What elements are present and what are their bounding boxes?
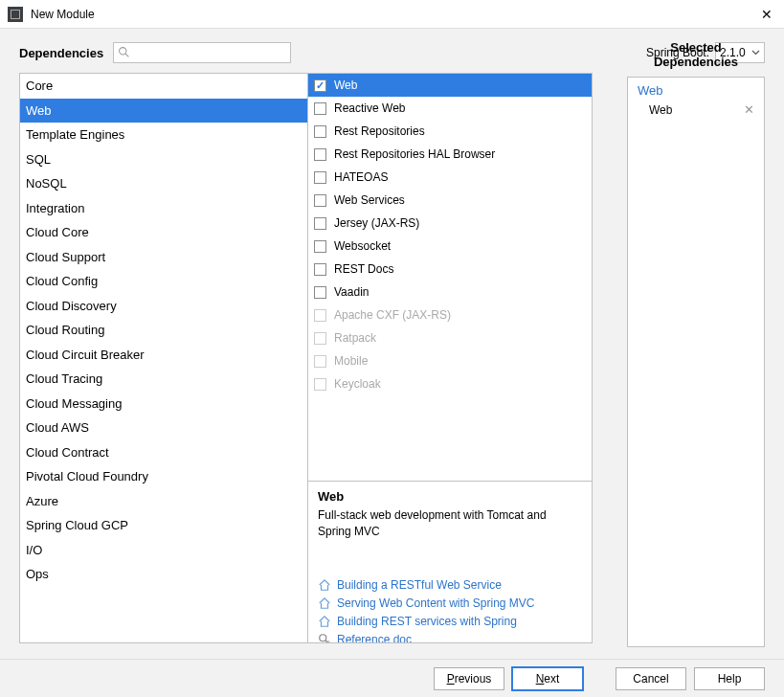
dependency-item[interactable]: Reactive Web [308, 97, 592, 120]
dependency-item: Ratpack [308, 326, 592, 349]
dependency-item[interactable]: Vaadin [308, 281, 592, 304]
category-item[interactable]: SQL [20, 147, 307, 172]
dependency-label: Rest Repositories [334, 123, 425, 140]
category-item[interactable]: Spring Cloud GCP [20, 513, 307, 538]
checkbox[interactable] [314, 217, 326, 230]
category-item[interactable]: Azure [20, 489, 307, 514]
dependencies-label: Dependencies [19, 46, 103, 60]
doc-link[interactable]: Reference doc [337, 633, 412, 643]
checkbox[interactable] [314, 148, 326, 161]
category-item[interactable]: Cloud Config [20, 269, 307, 294]
cancel-button[interactable]: Cancel [616, 667, 686, 690]
doc-link-row: Reference doc [318, 633, 582, 643]
checkbox[interactable] [314, 240, 326, 253]
dependency-label: Vaadin [334, 283, 369, 301]
category-item[interactable]: Ops [20, 562, 307, 587]
description-box: Web Full-stack web development with Tomc… [307, 481, 593, 643]
category-item[interactable]: Cloud Discovery [20, 294, 307, 319]
svg-line-1 [125, 54, 128, 56]
dependency-item[interactable]: Web Services [308, 189, 592, 212]
doc-link[interactable]: Building REST services with Spring [337, 615, 517, 628]
doc-link-row: Building a RESTful Web Service [318, 578, 582, 592]
description-title: Web [318, 489, 582, 504]
category-item[interactable]: Cloud Messaging [20, 392, 307, 416]
svg-point-2 [320, 634, 326, 641]
dependency-label: Web Services [334, 191, 405, 209]
checkbox[interactable] [314, 171, 326, 184]
window-title: New Module [31, 8, 757, 21]
dependency-label: HATEOAS [334, 169, 388, 186]
category-item[interactable]: Cloud Tracing [20, 367, 307, 392]
previous-button[interactable]: Previous [434, 667, 504, 690]
home-icon [318, 596, 331, 610]
dependency-label: Websocket [334, 237, 391, 255]
checkbox[interactable] [314, 102, 326, 115]
dependency-list[interactable]: WebReactive WebRest RepositoriesRest Rep… [307, 73, 593, 482]
dependency-label: REST Docs [334, 260, 393, 278]
category-item[interactable]: Cloud Circuit Breaker [20, 343, 307, 368]
dependency-label: Jersey (JAX-RS) [334, 214, 419, 232]
previous-label: revious [455, 672, 492, 686]
dependency-item: Apache CXF (JAX-RS) [308, 304, 592, 326]
dependency-item[interactable]: Web [308, 74, 592, 97]
dependency-item[interactable]: HATEOAS [308, 166, 592, 189]
category-item[interactable]: Cloud Routing [20, 318, 307, 343]
category-item[interactable]: Cloud Core [20, 220, 307, 245]
category-item[interactable]: Template Engines [20, 123, 307, 147]
selected-group: Web [628, 78, 764, 100]
category-item[interactable]: Pivotal Cloud Foundry [20, 464, 307, 489]
search-icon [118, 46, 130, 58]
dependency-item: Keycloak [308, 372, 592, 395]
checkbox[interactable] [314, 286, 326, 299]
dependency-label: Ratpack [334, 329, 376, 347]
dependency-item[interactable]: Websocket [308, 235, 592, 258]
svg-point-0 [120, 48, 126, 55]
search-input[interactable] [113, 42, 291, 63]
next-label: ext [544, 672, 559, 686]
dependency-label: Mobile [334, 352, 368, 370]
titlebar: New Module ✕ [0, 0, 784, 29]
dependency-label: Apache CXF (JAX-RS) [334, 306, 451, 324]
dependency-label: Rest Repositories HAL Browser [334, 146, 495, 163]
selected-item-label: Web [649, 103, 672, 117]
dependency-item[interactable]: Jersey (JAX-RS) [308, 212, 592, 235]
dependency-item[interactable]: REST Docs [308, 258, 592, 281]
checkbox [314, 332, 326, 345]
category-item[interactable]: Core [20, 74, 307, 99]
checkbox [314, 378, 326, 391]
dependency-label: Web [334, 77, 357, 94]
close-button[interactable]: ✕ [757, 5, 776, 24]
description-text: Full-stack web development with Tomcat a… [318, 507, 582, 540]
reference-icon [318, 633, 331, 643]
checkbox[interactable] [314, 79, 326, 92]
selected-item: Web✕ [628, 100, 764, 120]
help-button[interactable]: Help [694, 667, 765, 690]
dependency-label: Reactive Web [334, 100, 405, 117]
category-item[interactable]: Cloud AWS [20, 416, 307, 440]
checkbox[interactable] [314, 263, 326, 276]
button-bar: Previous Next Cancel Help [0, 659, 784, 697]
category-item[interactable]: Web [20, 99, 307, 124]
checkbox[interactable] [314, 194, 326, 207]
doc-link[interactable]: Serving Web Content with Spring MVC [337, 596, 535, 610]
dependency-item[interactable]: Rest Repositories HAL Browser [308, 143, 592, 166]
home-icon [318, 578, 331, 592]
category-item[interactable]: Cloud Contract [20, 440, 307, 465]
app-icon [8, 7, 23, 22]
home-icon [318, 615, 331, 628]
category-item[interactable]: NoSQL [20, 171, 307, 196]
doc-link[interactable]: Building a RESTful Web Service [337, 578, 502, 592]
category-item[interactable]: Cloud Support [20, 245, 307, 270]
dependency-item[interactable]: Rest Repositories [308, 120, 592, 143]
category-item[interactable]: Integration [20, 196, 307, 221]
checkbox[interactable] [314, 125, 326, 138]
dependency-label: Keycloak [334, 375, 381, 393]
remove-button[interactable]: ✕ [744, 102, 754, 117]
category-item[interactable]: I/O [20, 538, 307, 563]
next-button[interactable]: Next [512, 667, 583, 690]
checkbox [314, 309, 326, 322]
selected-dependencies-title: Selected Dependencies [627, 40, 765, 69]
doc-link-row: Building REST services with Spring [318, 615, 582, 628]
category-list[interactable]: CoreWebTemplate EnginesSQLNoSQLIntegrati… [19, 73, 308, 643]
dependency-item: Mobile [308, 349, 592, 372]
